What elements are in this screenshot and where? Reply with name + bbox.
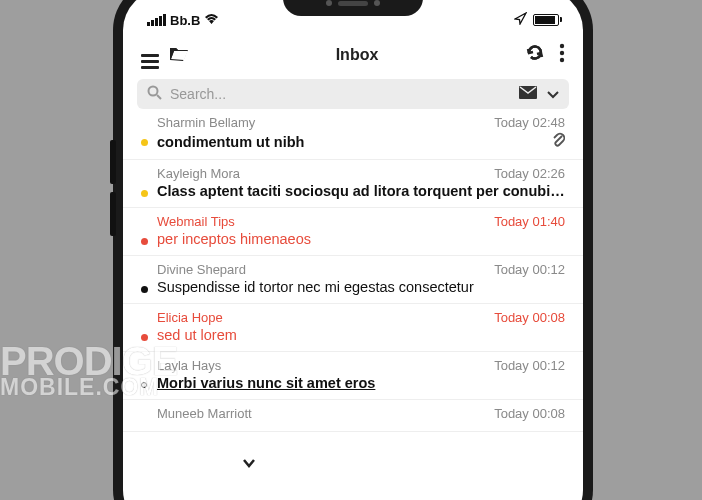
search-icon [147, 85, 162, 103]
time-label: Today 02:26 [494, 166, 565, 181]
menu-button[interactable] [141, 40, 159, 69]
svg-point-3 [149, 87, 158, 96]
refresh-button[interactable] [525, 43, 545, 66]
subject-label: sed ut lorem [157, 327, 565, 343]
email-row[interactable]: Muneeb MarriottToday 00:08 [123, 400, 583, 432]
email-row[interactable]: Divine ShepardToday 00:12Suspendisse id … [123, 256, 583, 304]
subject-label: condimentum ut nibh [157, 134, 551, 150]
time-label: Today 00:12 [494, 358, 565, 373]
email-row[interactable]: Webmail TipsToday 01:40per inceptos hime… [123, 208, 583, 256]
email-row[interactable]: Layla HaysToday 00:12Morbi varius nunc s… [123, 352, 583, 400]
location-icon [514, 12, 527, 28]
sender-label: Layla Hays [157, 358, 221, 373]
subject-label: per inceptos himenaeos [157, 231, 565, 247]
email-list: Sharmin BellamyToday 02:48condimentum ut… [123, 109, 583, 432]
time-label: Today 01:40 [494, 214, 565, 229]
time-label: Today 00:08 [494, 406, 565, 421]
screen: Bb.B Inbox [123, 0, 583, 500]
volume-down-button[interactable] [110, 192, 116, 236]
sender-label: Webmail Tips [157, 214, 235, 229]
mail-icon[interactable] [519, 86, 537, 102]
time-label: Today 00:12 [494, 262, 565, 277]
signal-icon [147, 14, 166, 26]
subject-label: Class aptent taciti sociosqu ad litora t… [157, 183, 565, 199]
svg-point-1 [560, 51, 564, 55]
chevron-down-icon[interactable] [547, 86, 559, 102]
unread-dot-icon [141, 286, 148, 293]
sender-label: Sharmin Bellamy [157, 115, 255, 130]
time-label: Today 02:48 [494, 115, 565, 130]
volume-up-button[interactable] [110, 140, 116, 184]
svg-point-2 [560, 58, 564, 62]
subject-label: Morbi varius nunc sit amet eros [157, 375, 565, 391]
subject-label: Suspendisse id tortor nec mi egestas con… [157, 279, 565, 295]
search-bar[interactable] [137, 79, 569, 109]
attachment-icon [551, 132, 565, 151]
more-button[interactable] [559, 43, 565, 66]
page-title: Inbox [197, 46, 517, 64]
sender-label: Divine Shepard [157, 262, 246, 277]
search-input[interactable] [170, 86, 511, 102]
time-label: Today 00:08 [494, 310, 565, 325]
wifi-icon [204, 12, 219, 28]
email-row[interactable]: Elicia HopeToday 00:08sed ut lorem [123, 304, 583, 352]
phone-frame: Bb.B Inbox [113, 0, 593, 500]
svg-point-0 [560, 44, 564, 48]
unread-dot-icon [141, 139, 148, 146]
sender-label: Muneeb Marriott [157, 406, 252, 421]
email-row[interactable]: Sharmin BellamyToday 02:48condimentum ut… [123, 109, 583, 160]
unread-dot-icon [141, 190, 148, 197]
notch [283, 0, 423, 16]
svg-line-4 [157, 95, 161, 99]
sender-label: Kayleigh Mora [157, 166, 240, 181]
sender-label: Elicia Hope [157, 310, 223, 325]
carrier-label: Bb.B [170, 13, 200, 28]
expand-chevron-icon[interactable] [241, 454, 257, 472]
unread-dot-icon [141, 334, 148, 341]
battery-icon [533, 14, 559, 26]
email-row[interactable]: Kayleigh MoraToday 02:26Class aptent tac… [123, 160, 583, 208]
folder-button[interactable] [169, 45, 189, 65]
read-dot-icon [141, 382, 147, 388]
unread-dot-icon [141, 238, 148, 245]
app-toolbar: Inbox [123, 32, 583, 75]
